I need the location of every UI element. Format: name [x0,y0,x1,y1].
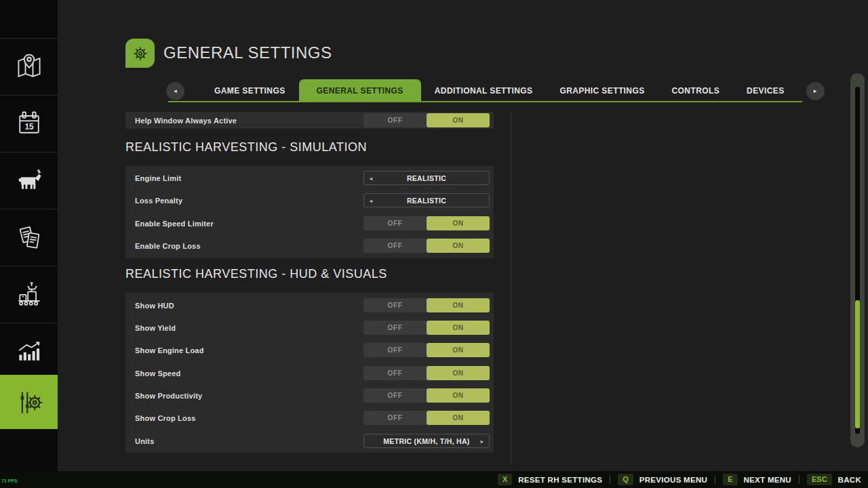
setting-row-speed-limiter: Enable Speed Limiter OFF ON [125,216,494,231]
toggle-on[interactable]: ON [427,388,490,403]
show-yield-toggle[interactable]: OFF ON [363,321,490,335]
sidebar: 15 [0,0,58,471]
content-divider [511,110,511,464]
toggle-off[interactable]: OFF [363,343,427,357]
setting-row-show-crop-loss: Show Crop Loss OFF ON [125,411,494,426]
tab-general-settings[interactable]: GENERAL SETTINGS [299,79,421,102]
toggle-on[interactable]: ON [427,239,490,253]
units-selector[interactable]: METRIC (KM/H, T/H, HA) ▸ [363,434,490,448]
speed-limiter-toggle[interactable]: OFF ON [363,216,490,230]
selector-left-arrow-icon[interactable]: ◂ [370,175,372,181]
selector-right-arrow-icon[interactable]: ▸ [481,438,484,444]
setting-label: Loss Penalty [135,193,182,208]
toggle-off[interactable]: OFF [363,321,427,335]
section-title-hud-visuals: REALISTIC HARVESTING - HUD & VISUALS [125,267,387,281]
toggle-off[interactable]: OFF [363,411,427,425]
show-engine-load-toggle[interactable]: OFF ON [363,343,490,357]
hint-previous-menu[interactable]: Q PREVIOUS MENU [618,474,707,485]
engine-limit-selector[interactable]: ◂ REALISTIC [363,171,490,185]
scrollbar-thumb[interactable] [855,300,860,428]
tab-game-settings[interactable]: GAME SETTINGS [201,79,299,102]
calendar-icon: 15 [14,108,44,138]
tab-additional-settings[interactable]: ADDITIONAL SETTINGS [421,79,547,102]
setting-label: Show Speed [135,366,180,381]
setting-row-help-window: Help Window Always Active OFF ON [125,112,494,129]
keycap-esc: ESC [807,474,832,485]
sidebar-item-settings[interactable]: ▸ [0,375,58,429]
tabs-next-button[interactable]: ▸ [806,82,825,100]
tab-bar: ◂ GAME SETTINGS GENERAL SETTINGS ADDITIO… [166,79,825,102]
setting-label: Enable Crop Loss [135,239,201,253]
toggle-on[interactable]: ON [427,411,490,425]
cow-icon [14,165,44,195]
toggle-on[interactable]: ON [427,113,490,127]
setting-row-show-yield: Show Yield OFF ON [125,321,494,336]
section-panel-hud-visuals: Show HUD OFF ON Show Yield OFF ON Show E… [125,293,494,453]
toggle-off[interactable]: OFF [363,298,427,312]
show-speed-toggle[interactable]: OFF ON [363,366,490,380]
chevron-right-icon: ▸ [814,87,817,94]
hint-reset-rh-settings[interactable]: X RESET RH SETTINGS [498,474,602,485]
scrollbar[interactable] [850,73,865,447]
hint-divider [799,475,800,484]
loss-penalty-selector[interactable]: ◂ REALISTIC [363,193,490,207]
hint-label: RESET RH SETTINGS [518,476,602,484]
hint-label: PREVIOUS MENU [639,476,707,484]
tab-underline [168,101,802,102]
toggle-off[interactable]: OFF [363,388,427,403]
keycap-e: E [723,474,737,485]
show-hud-toggle[interactable]: OFF ON [363,298,490,312]
setting-label: Show Crop Loss [135,411,196,426]
section-panel-simulation: Engine Limit ◂ REALISTIC Loss Penalty ◂ … [125,166,494,258]
sidebar-item-production[interactable] [0,266,58,322]
crop-loss-toggle[interactable]: OFF ON [363,239,490,253]
sidebar-item-statistics[interactable] [0,323,58,379]
setting-label: Show HUD [135,298,174,313]
setting-label: Show Productivity [135,388,202,403]
setting-row-loss-penalty: Loss Penalty ◂ REALISTIC [125,193,494,208]
bottom-hint-bar: X RESET RH SETTINGS Q PREVIOUS MENU E NE… [0,471,868,488]
toggle-off[interactable]: OFF [363,366,427,380]
keycap-q: Q [618,474,633,485]
selector-value: REALISTIC [407,197,446,205]
toggle-off[interactable]: OFF [363,216,427,230]
setting-label: Enable Speed Limiter [135,216,214,231]
sidebar-item-animals[interactable] [0,152,58,208]
show-crop-loss-toggle[interactable]: OFF ON [363,411,490,425]
toggle-on[interactable]: ON [427,321,490,335]
main-panel: GENERAL SETTINGS ◂ GAME SETTINGS GENERAL… [58,0,868,471]
hint-divider [715,475,715,484]
tab-graphic-settings[interactable]: GRAPHIC SETTINGS [546,79,658,102]
toggle-off[interactable]: OFF [363,239,427,253]
tabs-prev-button[interactable]: ◂ [166,82,184,100]
toggle-on[interactable]: ON [427,366,490,380]
setting-row-show-hud: Show HUD OFF ON [125,298,494,313]
sidebar-item-calendar[interactable]: 15 [0,95,58,151]
svg-text:15: 15 [24,122,34,131]
tab-controls[interactable]: CONTROLS [658,79,734,102]
section-title-simulation: REALISTIC HARVESTING - SIMULATION [125,140,367,155]
hint-next-menu[interactable]: E NEXT MENU [723,474,791,485]
settings-sliders-icon [14,388,44,418]
setting-row-show-engine-load: Show Engine Load OFF ON [125,343,494,358]
hint-label: BACK [838,476,861,484]
sidebar-item-contracts[interactable] [0,209,58,265]
setting-label: Units [135,434,155,449]
setting-row-crop-loss: Enable Crop Loss OFF ON [125,239,494,253]
toggle-on[interactable]: ON [427,343,490,357]
scrollbar-track[interactable] [855,87,860,434]
sidebar-item-map[interactable] [0,38,58,94]
setting-label: Show Engine Load [135,343,204,358]
general-settings-screen: 15 [0,0,868,488]
selector-left-arrow-icon[interactable]: ◂ [370,197,372,203]
page-gear-icon [125,39,155,68]
toggle-on[interactable]: ON [427,298,490,312]
toggle-on[interactable]: ON [427,216,490,230]
help-window-toggle[interactable]: OFF ON [363,113,490,127]
show-productivity-toggle[interactable]: OFF ON [363,388,490,403]
hint-back[interactable]: ESC BACK [807,474,861,485]
selector-value: REALISTIC [407,174,446,182]
tab-devices[interactable]: DEVICES [733,79,797,102]
setting-row-show-speed: Show Speed OFF ON [125,366,494,381]
toggle-off[interactable]: OFF [363,113,427,127]
